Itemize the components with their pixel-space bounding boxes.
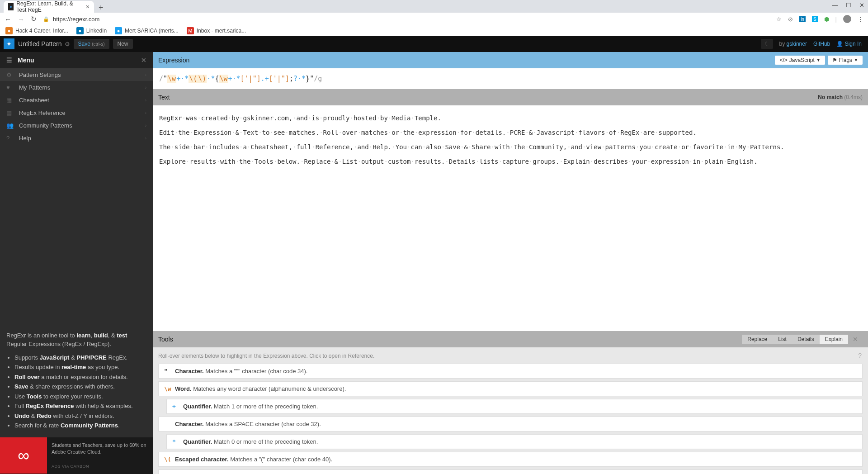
sidebar-item[interactable]: ▦Cheatsheet›	[0, 94, 153, 106]
flavor-dropdown[interactable]: </> JavaScript▼	[775, 56, 825, 65]
sidebar-item[interactable]: 👥Community Patterns›	[0, 119, 153, 132]
menu-item-icon: 👥	[6, 122, 14, 129]
feature-bullet: Save & share expressions with others.	[14, 382, 146, 391]
menu-icon[interactable]: ⋮	[858, 16, 863, 23]
menu-title: Menu	[18, 57, 34, 64]
menu-item-icon: ♥	[6, 84, 14, 91]
tools-tab-list[interactable]: List	[773, 335, 792, 344]
bookmark-item[interactable]: ●Mert SARICA (merts...	[115, 27, 179, 34]
favicon-icon: ✦	[8, 3, 14, 10]
bookmark-item[interactable]: ●LinkedIn	[76, 27, 107, 34]
chevron-right-icon: ›	[145, 110, 146, 115]
menu-close-icon[interactable]: ✕	[141, 57, 146, 64]
feature-bullet: Roll over a match or expression for deta…	[14, 373, 146, 382]
content: Expression </> JavaScript▼ ⚑ Flags▼ /"\w…	[153, 52, 868, 474]
app-logo-icon[interactable]: ✦	[4, 38, 14, 49]
tools-body: ? Roll-over elements below to highlight …	[153, 347, 868, 474]
explain-row[interactable]: \)Escaped character. Matches a ")" chara…	[158, 469, 863, 474]
tools-header: Tools ReplaceListDetailsExplain ✕	[153, 331, 868, 347]
save-button[interactable]: Save (ctrl-s)	[74, 39, 109, 49]
forward-button[interactable]: →	[18, 15, 24, 23]
address-bar: ← → ↻ 🔒 https://regexr.com ☆ ⊘ in S ⬢ | …	[0, 13, 868, 25]
back-button[interactable]: ←	[5, 15, 11, 23]
github-link[interactable]: GitHub	[813, 41, 830, 47]
shield-ext-icon[interactable]: ⬢	[824, 16, 829, 23]
expression-editor[interactable]: /"\w+·*\(\)·*{\w+·*['|"].+['|"];?·*}"/g	[153, 68, 868, 89]
tab-title: RegExr: Learn, Build, & Test RegE	[16, 0, 80, 13]
menu-item-icon: ▦	[6, 97, 14, 104]
bookmark-item[interactable]: ●Hack 4 Career. Infor...	[5, 27, 68, 34]
feature-bullet: Undo & Redo with ctrl-Z / Y in editors.	[14, 412, 146, 421]
explain-row[interactable]: \wWord. Matches any word character (alph…	[158, 381, 863, 396]
tools-tab-explain[interactable]: Explain	[820, 335, 848, 344]
signin-link[interactable]: 👤 Sign In	[836, 41, 862, 47]
browser-tab[interactable]: ✦ RegExr: Learn, Build, & Test RegE ×	[4, 1, 94, 13]
header-right: ☾ by gskinner GitHub 👤 Sign In	[761, 39, 868, 49]
lock-icon: 🔒	[43, 16, 49, 22]
divider: |	[835, 16, 837, 23]
address-icons: ☆ ⊘ in S ⬢ | ⋮	[776, 15, 863, 23]
chevron-right-icon: ›	[145, 123, 146, 128]
flags-dropdown[interactable]: ⚑ Flags▼	[828, 56, 863, 65]
url-field[interactable]: 🔒 https://regexr.com	[43, 16, 770, 23]
linkedin-ext-icon[interactable]: in	[799, 16, 806, 22]
feature-bullet: Use Tools to explore your results.	[14, 392, 146, 401]
tools-close-icon[interactable]: ✕	[848, 334, 863, 344]
star-icon[interactable]: ☆	[776, 16, 782, 23]
explain-row[interactable]: \(Escaped character. Matches a "(" chara…	[158, 452, 863, 467]
text-header: Text No match (0.4ms)	[153, 89, 868, 105]
tools-help-icon[interactable]: ?	[858, 352, 862, 359]
text-label: Text	[158, 94, 170, 101]
explain-row[interactable]: +Quantifier. Match 1 or more of the prec…	[166, 399, 863, 414]
sidebar-item[interactable]: ♥My Patterns›	[0, 81, 153, 94]
sidebar: ☰ Menu ✕ ⚙Pattern Settings›♥My Patterns›…	[0, 52, 153, 474]
sidebar-description: RegExr is an online tool to learn, build…	[0, 325, 153, 437]
text-editor[interactable]: RegExr·was·created·by·gskinner.com,·and·…	[153, 105, 868, 331]
minimize-icon[interactable]: —	[832, 2, 838, 9]
url-text: https://regexr.com	[53, 16, 99, 23]
window-controls: — ☐ ✕	[832, 2, 864, 9]
ad-via: ADS VIA CARBON	[52, 464, 148, 469]
bookmark-bar: ●Hack 4 Career. Infor...●LinkedIn●Mert S…	[0, 25, 868, 36]
tools-tab-details[interactable]: Details	[792, 335, 820, 344]
feature-bullet: Supports JavaScript & PHP/PCRE RegEx.	[14, 353, 146, 362]
explain-row[interactable]: Character. Matches a SPACE character (ch…	[158, 417, 863, 431]
feature-bullet: Search for & rate Community Patterns.	[14, 421, 146, 430]
sidebar-item[interactable]: ⚙Pattern Settings›	[0, 68, 153, 81]
feature-bullet: Results update in real-time as you type.	[14, 363, 146, 372]
main-layout: ☰ Menu ✕ ⚙Pattern Settings›♥My Patterns›…	[0, 52, 868, 474]
gear-icon[interactable]: ⚙	[65, 41, 70, 47]
chevron-right-icon: ›	[145, 72, 146, 77]
code-icon: </>	[779, 57, 787, 63]
close-icon[interactable]: ✕	[859, 2, 864, 9]
chevron-right-icon: ›	[145, 85, 146, 90]
maximize-icon[interactable]: ☐	[846, 2, 851, 9]
reload-button[interactable]: ↻	[31, 15, 37, 23]
expression-header: Expression </> JavaScript▼ ⚑ Flags▼	[153, 52, 868, 68]
tab-close-icon[interactable]: ×	[86, 3, 90, 10]
sidebar-item[interactable]: ?Help›	[0, 132, 153, 144]
theme-toggle[interactable]: ☾	[761, 39, 773, 49]
browser-chrome: — ☐ ✕ ✦ RegExr: Learn, Build, & Test Reg…	[0, 0, 868, 36]
block-icon[interactable]: ⊘	[788, 16, 793, 23]
ad-block[interactable]: ∞ Students and Teachers, save up to 60% …	[0, 437, 153, 474]
profile-avatar[interactable]	[843, 15, 851, 23]
sidebar-item[interactable]: ▤RegEx Reference›	[0, 106, 153, 119]
skype-ext-icon[interactable]: S	[812, 16, 818, 22]
menu-icon[interactable]: ☰	[6, 57, 12, 64]
menu-item-icon: ?	[6, 135, 14, 142]
menu-header: ☰ Menu ✕	[0, 52, 153, 68]
new-button[interactable]: New	[113, 39, 133, 49]
chevron-right-icon: ›	[145, 98, 146, 103]
feature-bullet: Full RegEx Reference with help & example…	[14, 402, 146, 411]
bookmark-item[interactable]: MInbox - mert.sarica...	[187, 27, 246, 34]
pattern-title[interactable]: Untitled Pattern	[18, 40, 62, 47]
tools-tab-replace[interactable]: Replace	[742, 335, 773, 344]
flag-icon: ⚑	[832, 57, 837, 63]
ad-image: ∞	[0, 437, 47, 474]
author-link[interactable]: gskinner	[787, 41, 807, 47]
explain-row[interactable]: *Quantifier. Match 0 or more of the prec…	[166, 434, 863, 449]
new-tab-button[interactable]: +	[94, 3, 108, 13]
explain-row[interactable]: "Character. Matches a """ character (cha…	[158, 364, 863, 379]
tools-label: Tools	[158, 336, 173, 343]
